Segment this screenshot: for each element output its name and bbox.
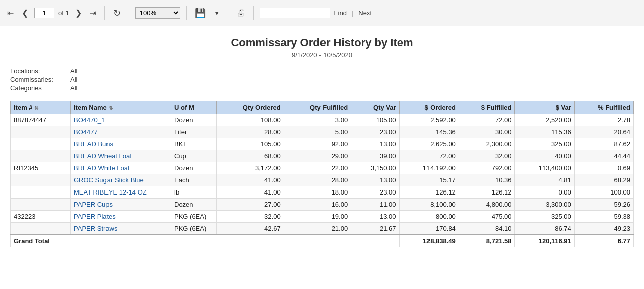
cell-item-name[interactable]: BREAD Buns — [71, 138, 171, 150]
cell-item-num — [11, 150, 71, 162]
cell-dollar-fulfilled: 792.00 — [459, 162, 515, 174]
cell-item-name[interactable]: PAPER Cups — [71, 199, 171, 211]
cell-item-name[interactable]: PAPER Plates — [71, 211, 171, 223]
cell-dollar-var: 325.00 — [515, 211, 574, 223]
toolbar-divider-4 — [228, 6, 228, 20]
next-button[interactable]: Next — [358, 9, 372, 17]
cell-qty-var: 23.00 — [351, 126, 399, 138]
cell-qty-fulfilled: 21.00 — [284, 223, 351, 235]
cell-pct-fulfilled: 68.29 — [574, 174, 633, 186]
cell-dollar-var: 3,300.00 — [515, 199, 574, 211]
cell-qty-fulfilled: 92.00 — [284, 138, 351, 150]
footer-dollar-fulfilled: 8,721.58 — [459, 235, 515, 247]
zoom-select[interactable]: 50% 75% 100% 125% 150% 200% — [135, 7, 180, 19]
col-header-dollar-ordered: $ Ordered — [399, 101, 459, 114]
toolbar: ⇤ ❮ of 1 ❯ ⇥ ↻ 50% 75% 100% 125% 150% 20… — [0, 0, 644, 26]
cell-dollar-fulfilled: 72.00 — [459, 114, 515, 126]
cell-dollar-var: 86.74 — [515, 223, 574, 235]
cell-dollar-ordered: 2,592.00 — [399, 114, 459, 126]
toolbar-divider-3 — [186, 6, 187, 20]
footer-pct-fulfilled: 6.77 — [574, 235, 633, 247]
refresh-button[interactable]: ↻ — [111, 7, 123, 20]
cell-pct-fulfilled: 49.23 — [574, 223, 633, 235]
meta-locations: Locations: All — [10, 67, 80, 75]
cell-qty-var: 3,150.00 — [351, 162, 399, 174]
search-input[interactable] — [260, 8, 330, 18]
cell-item-name[interactable]: BREAD Wheat Loaf — [71, 150, 171, 162]
table-row: RI12345BREAD White LoafDozen3,172.0022.0… — [11, 162, 634, 174]
report-meta: Locations: All Commissaries: All Categor… — [10, 67, 634, 92]
meta-locations-value: All — [70, 67, 80, 75]
cell-item-name[interactable]: GROC Sugar Stick Blue — [71, 174, 171, 186]
sort-icon-item-name: ⇅ — [109, 105, 113, 111]
col-header-qty-fulfilled: Qty Fulfilled — [284, 101, 351, 114]
col-header-item-num[interactable]: Item #⇅ — [11, 101, 71, 114]
col-header-item-name[interactable]: Item Name⇅ — [71, 101, 171, 114]
meta-commissaries-value: All — [70, 75, 80, 84]
col-header-dollar-var: $ Var — [515, 101, 574, 114]
cell-dollar-ordered: 800.00 — [399, 211, 459, 223]
cell-qty-ordered: 3,172.00 — [217, 162, 284, 174]
cell-dollar-var: 40.00 — [515, 150, 574, 162]
cell-item-name[interactable]: BO4477 — [71, 126, 171, 138]
col-header-uom: U of M — [171, 101, 217, 114]
toolbar-divider-2 — [129, 6, 129, 20]
find-button[interactable]: Find — [334, 9, 347, 17]
cell-item-name[interactable]: PAPER Straws — [71, 223, 171, 235]
cell-item-num: 432223 — [11, 211, 71, 223]
cell-item-num: RI12345 — [11, 162, 71, 174]
cell-qty-fulfilled: 18.00 — [284, 186, 351, 199]
cell-dollar-var: 115.36 — [515, 126, 574, 138]
cell-qty-fulfilled: 29.00 — [284, 150, 351, 162]
print-button[interactable]: 🖨 — [234, 7, 247, 19]
cell-item-name[interactable]: MEAT RIBEYE 12-14 OZ — [71, 186, 171, 199]
cell-dollar-var: 4.81 — [515, 174, 574, 186]
cell-qty-var: 13.00 — [351, 174, 399, 186]
cell-dollar-ordered: 8,100.00 — [399, 199, 459, 211]
cell-uom: Dozen — [171, 199, 217, 211]
first-page-button[interactable]: ⇤ — [5, 7, 16, 19]
cell-qty-var: 39.00 — [351, 150, 399, 162]
cell-qty-var: 13.00 — [351, 138, 399, 150]
meta-categories-label: Categories — [10, 84, 70, 92]
cell-qty-var: 23.00 — [351, 186, 399, 199]
meta-categories-value: All — [70, 84, 80, 92]
toolbar-divider-1 — [104, 6, 105, 20]
report-title: Commissary Order History by Item — [10, 36, 634, 49]
cell-uom: Dozen — [171, 162, 217, 174]
save-button[interactable]: 💾 — [193, 7, 208, 20]
cell-dollar-var: 325.00 — [515, 138, 574, 150]
cell-pct-fulfilled: 44.44 — [574, 150, 633, 162]
cell-dollar-fulfilled: 10.36 — [459, 174, 515, 186]
last-page-button[interactable]: ⇥ — [88, 7, 98, 19]
table-row: PAPER CupsDozen27.0016.0011.008,100.004,… — [11, 199, 634, 211]
prev-page-button[interactable]: ❮ — [20, 7, 30, 19]
footer-dollar-var: 120,116.91 — [515, 235, 574, 247]
cell-qty-var: 21.67 — [351, 223, 399, 235]
cell-pct-fulfilled: 59.26 — [574, 199, 633, 211]
cell-qty-var: 11.00 — [351, 199, 399, 211]
col-header-qty-ordered: Qty Ordered — [217, 101, 284, 114]
table-row: BREAD Wheat LoafCup68.0029.0039.0072.003… — [11, 150, 634, 162]
cell-qty-ordered: 105.00 — [217, 138, 284, 150]
cell-item-num — [11, 126, 71, 138]
cell-dollar-fulfilled: 475.00 — [459, 211, 515, 223]
cell-qty-fulfilled: 3.00 — [284, 114, 351, 126]
cell-item-name[interactable]: BO4470_1 — [71, 114, 171, 126]
cell-item-name[interactable]: BREAD White Loaf — [71, 162, 171, 174]
cell-qty-ordered: 41.00 — [217, 174, 284, 186]
cell-pct-fulfilled: 59.38 — [574, 211, 633, 223]
toolbar-divider-5 — [253, 6, 254, 20]
cell-qty-fulfilled: 5.00 — [284, 126, 351, 138]
cell-qty-fulfilled: 22.00 — [284, 162, 351, 174]
report-subtitle: 9/1/2020 - 10/5/2020 — [10, 51, 634, 59]
meta-commissaries-label: Commissaries: — [10, 75, 70, 84]
col-header-pct-fulfilled: % Fulfilled — [574, 101, 633, 114]
col-header-dollar-fulfilled: $ Fulfilled — [459, 101, 515, 114]
page-number-input[interactable] — [34, 8, 54, 18]
dropdown-button[interactable]: ▼ — [212, 9, 222, 17]
cell-qty-fulfilled: 19.00 — [284, 211, 351, 223]
next-page-button[interactable]: ❯ — [73, 7, 84, 19]
cell-dollar-fulfilled: 126.12 — [459, 186, 515, 199]
cell-uom: PKG (6EA) — [171, 211, 217, 223]
